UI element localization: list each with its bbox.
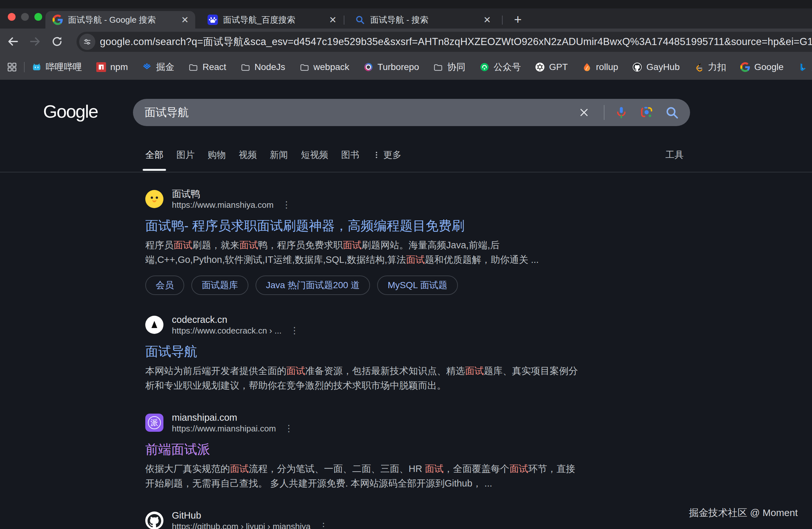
search-result-codecrack: codecrack.cn https://www.codecrack.cn › … <box>145 314 579 393</box>
filter-tab-all[interactable]: 全部 <box>145 149 163 161</box>
tab-close-icon[interactable]: ✕ <box>329 15 337 25</box>
bookmark-npm[interactable]: npm <box>96 62 128 72</box>
result-header[interactable]: 面试鸭 https://www.mianshiya.com ⋮ <box>145 189 579 209</box>
search-submit-icon[interactable] <box>665 105 679 120</box>
bookmark-folder-xietong[interactable]: 协同 <box>433 61 465 73</box>
tab-separator <box>502 16 503 25</box>
browser-window: 面试导航 - Google 搜索 ✕ 面试导航_百度搜索 ✕ 面试导航 - 搜索… <box>0 0 812 529</box>
tab-baidu-search[interactable]: 面试导航_百度搜索 ✕ <box>200 11 343 29</box>
back-button[interactable] <box>4 32 22 50</box>
result-url[interactable]: https://www.mianshipai.com <box>172 424 276 433</box>
search-result-mianshiya: 面试鸭 https://www.mianshiya.com ⋮ 面试鸭- 程序员… <box>145 189 579 295</box>
filter-tab-short-videos[interactable]: 短视频 <box>301 149 328 161</box>
result-site-name[interactable]: 面试鸭 <box>172 189 291 199</box>
juejin-icon <box>142 62 152 72</box>
close-window-button[interactable] <box>8 13 16 21</box>
filters-divider <box>0 172 812 173</box>
filter-more[interactable]: 更多 <box>372 149 402 161</box>
bookmark-google[interactable]: Google <box>740 62 783 72</box>
result-url[interactable]: https://www.mianshiya.com <box>172 200 274 209</box>
bookmark-label: React <box>202 62 226 72</box>
search-query-text[interactable]: 面试导航 <box>145 105 578 120</box>
tab-google-search[interactable]: 面试导航 - Google 搜索 ✕ <box>45 11 195 29</box>
bookmark-leetcode[interactable]: 力扣 <box>694 61 726 73</box>
result-site-name[interactable]: mianshipai.com <box>172 412 293 423</box>
bookmark-rollup[interactable]: rollup <box>582 62 618 72</box>
clear-search-icon[interactable] <box>578 106 590 119</box>
bookmark-folder-webpack[interactable]: webpack <box>300 62 350 72</box>
folder-icon <box>433 62 443 72</box>
bookmark-bing[interactable]: 必应 <box>798 61 812 73</box>
bookmark-label: Google <box>754 62 783 72</box>
result-header[interactable]: 派 mianshipai.com https://www.mianshipai.… <box>145 412 579 433</box>
sitelink-chip[interactable]: Java 热门面试题200 道 <box>256 276 370 295</box>
forward-button[interactable] <box>26 32 44 50</box>
minimize-window-button[interactable] <box>21 13 29 21</box>
tab-close-icon[interactable]: ✕ <box>181 15 189 25</box>
bookmarks-separator <box>24 62 25 72</box>
search-box[interactable]: 面试导航 <box>133 99 690 126</box>
turborepo-icon <box>363 62 373 72</box>
new-tab-button[interactable]: + <box>510 12 526 28</box>
google-lens-icon[interactable] <box>639 105 654 120</box>
address-bar[interactable]: google.com/search?q=面试导航&sca_esv=d4547c1… <box>76 32 812 52</box>
more-vertical-icon[interactable]: ⋮ <box>290 326 299 335</box>
bookmark-label: 力扣 <box>708 61 726 73</box>
pai-favicon: 派 <box>145 414 163 432</box>
sitelink-chip[interactable]: MySQL 面试题 <box>377 276 458 295</box>
reload-button[interactable] <box>48 32 66 50</box>
sitelink-chip[interactable]: 面试题库 <box>191 276 248 295</box>
highlighted-term: 面试 <box>286 366 305 376</box>
result-header[interactable]: codecrack.cn https://www.codecrack.cn › … <box>145 314 579 335</box>
bookmark-turborepo[interactable]: Turborepo <box>363 62 419 72</box>
more-vertical-icon[interactable]: ⋮ <box>282 200 291 209</box>
tab-close-icon[interactable]: ✕ <box>483 15 491 25</box>
juejin-watermark: 掘金技术社区 @ Moment <box>689 506 798 519</box>
tab-bing-search[interactable]: 面试导航 - 搜索 ✕ <box>348 11 497 29</box>
tools-button[interactable]: 工具 <box>665 147 684 163</box>
result-title-link[interactable]: 面试鸭- 程序员求职面试刷题神器，高频编程题目免费刷 <box>145 218 579 233</box>
highlighted-term: 面试 <box>239 240 258 250</box>
bookmark-gongzhonghao[interactable]: 公众号 <box>480 61 521 73</box>
apps-grid-icon[interactable] <box>6 62 17 73</box>
filter-tab-shopping[interactable]: 购物 <box>207 149 226 161</box>
more-vertical-icon[interactable]: ⋮ <box>319 522 328 529</box>
wechat-icon <box>480 62 489 72</box>
voice-search-icon[interactable] <box>614 105 628 120</box>
search-box-divider <box>604 105 605 120</box>
result-title-link[interactable]: 面试导航 <box>145 343 579 359</box>
filter-tab-books[interactable]: 图书 <box>341 149 359 161</box>
bookmark-folder-nodejs[interactable]: NodeJs <box>241 62 285 72</box>
filter-tab-images[interactable]: 图片 <box>176 149 194 161</box>
result-title-link[interactable]: 前端面试派 <box>145 441 579 457</box>
sitelink-chip[interactable]: 会员 <box>145 276 184 295</box>
filter-tab-videos[interactable]: 视频 <box>239 149 257 161</box>
more-vertical-icon[interactable]: ⋮ <box>285 424 293 433</box>
bookmark-juejin[interactable]: 掘金 <box>142 61 174 73</box>
result-site-name[interactable]: GitHub <box>172 510 328 520</box>
bookmark-label: 协同 <box>447 61 465 73</box>
bookmark-gayhub[interactable]: GayHub <box>632 62 680 72</box>
filter-label: 全部 <box>145 149 163 161</box>
url-text: google.com/search?q=面试导航&sca_esv=d4547c1… <box>100 35 812 49</box>
bookmark-label: 哔哩哔哩 <box>46 61 82 73</box>
bookmark-folder-react[interactable]: React <box>188 62 226 72</box>
bookmark-bilibili[interactable]: 哔哩哔哩 <box>32 61 82 73</box>
filter-label: 视频 <box>239 149 257 161</box>
zoom-window-button[interactable] <box>34 13 42 21</box>
site-settings-icon[interactable] <box>79 34 95 50</box>
result-url[interactable]: https://github.com › liyupi › mianshiya <box>172 522 311 529</box>
bookmark-label: GPT <box>549 62 568 72</box>
result-source: GitHub https://github.com › liyupi › mia… <box>172 510 328 529</box>
filter-tab-news[interactable]: 新闻 <box>270 149 288 161</box>
bing-icon <box>798 62 808 72</box>
result-url[interactable]: https://www.codecrack.cn › ... <box>172 326 281 335</box>
bookmark-gpt[interactable]: GPT <box>535 62 568 72</box>
google-logo: Google <box>43 100 98 123</box>
result-header[interactable]: GitHub https://github.com › liyupi › mia… <box>145 510 579 529</box>
bilibili-icon <box>32 62 42 72</box>
result-site-name[interactable]: codecrack.cn <box>172 314 299 325</box>
traffic-lights <box>8 13 42 21</box>
duck-favicon <box>145 190 163 208</box>
blue-search-icon <box>355 15 365 25</box>
